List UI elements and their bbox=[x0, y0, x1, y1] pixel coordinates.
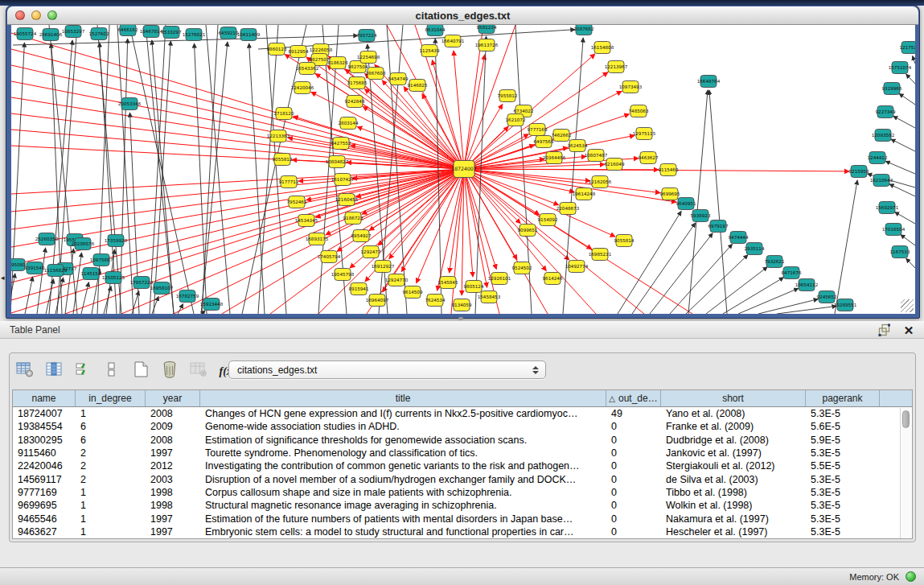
graph-node[interactable]: 17359928 bbox=[105, 235, 128, 247]
memory-status-indicator-icon[interactable] bbox=[906, 571, 916, 582]
graph-node[interactable]: 20364486 bbox=[543, 152, 566, 164]
graph-hub-node[interactable]: 18724007 bbox=[451, 161, 477, 178]
graph-node[interactable]: 10467814 bbox=[140, 26, 163, 38]
table-row[interactable]: 1938455462009Genome-wide association stu… bbox=[13, 420, 912, 433]
graph-node[interactable]: 10853297 bbox=[62, 26, 85, 38]
table-body[interactable]: 1872400712008Changes of HCN gene express… bbox=[13, 407, 912, 538]
graph-node[interactable]: 7624534 bbox=[425, 295, 446, 307]
new-table-button[interactable] bbox=[129, 360, 153, 382]
table-row[interactable]: 1872400712008Changes of HCN gene express… bbox=[13, 407, 912, 420]
deselect-rows-button[interactable] bbox=[100, 360, 124, 382]
table-vertical-scrollbar[interactable] bbox=[900, 408, 911, 538]
graph-node[interactable]: 22420046 bbox=[291, 82, 314, 94]
graph-node[interactable]: 20053346 bbox=[118, 98, 142, 110]
delete-table-button[interactable] bbox=[158, 360, 182, 382]
window-resize-grip[interactable] bbox=[901, 299, 914, 312]
graph-node[interactable]: 8954927 bbox=[351, 230, 372, 242]
graph-node[interactable]: 9581234 bbox=[477, 25, 497, 34]
graph-node[interactable]: 12213363 bbox=[267, 130, 290, 142]
graph-node[interactable]: 9391540 bbox=[25, 262, 45, 274]
table-settings-button[interactable] bbox=[13, 360, 37, 382]
graph-node[interactable]: 6466162 bbox=[118, 25, 138, 36]
table-row[interactable]: 946554611997Estimation of the future num… bbox=[13, 512, 912, 525]
graph-node[interactable]: 1621072 bbox=[506, 114, 526, 126]
graph-node[interactable]: 19613726 bbox=[475, 39, 499, 51]
graph-node[interactable]: 12505125 bbox=[102, 272, 125, 284]
graph-node[interactable]: 10289551 bbox=[834, 299, 857, 311]
graph-node[interactable]: 10975887 bbox=[90, 254, 113, 266]
graph-node[interactable]: 2087682 bbox=[574, 25, 594, 35]
graph-node[interactable]: 3175685 bbox=[347, 77, 368, 89]
graph-node[interactable]: 8134059 bbox=[452, 299, 472, 311]
column-header-year[interactable]: year bbox=[146, 390, 200, 406]
close-panel-button[interactable]: ✕ bbox=[901, 323, 916, 337]
graph-node[interactable]: 9777169 bbox=[528, 124, 548, 136]
graph-node[interactable]: 20691406 bbox=[39, 29, 63, 41]
graph-node[interactable]: 17016504 bbox=[882, 224, 906, 236]
graph-node[interactable]: 9463627 bbox=[639, 152, 659, 164]
graph-node[interactable]: 2718120 bbox=[274, 108, 294, 120]
graph-node[interactable]: 16958107 bbox=[150, 282, 174, 295]
graph-node[interactable]: 5938923 bbox=[691, 210, 711, 222]
graph-node[interactable]: 10804827 bbox=[326, 156, 349, 168]
graph-node[interactable]: 15276021 bbox=[183, 29, 206, 41]
split-pane-handle[interactable] bbox=[458, 317, 463, 320]
network-canvas[interactable]: 9860123891295412226058982750781863281654… bbox=[11, 25, 915, 314]
graph-node[interactable]: 10973493 bbox=[619, 81, 643, 93]
graph-node[interactable]: 9245652 bbox=[817, 291, 837, 303]
column-header-name[interactable]: name bbox=[13, 390, 76, 406]
graph-node[interactable]: 1292477 bbox=[361, 246, 381, 258]
graph-node[interactable]: 16893175 bbox=[306, 233, 329, 245]
graph-node[interactable]: 1527602 bbox=[89, 28, 109, 40]
graph-node[interactable]: 16782759 bbox=[176, 290, 199, 303]
graph-node[interactable]: 10492774 bbox=[565, 261, 589, 273]
graph-node[interactable]: 2867608 bbox=[366, 68, 386, 80]
graph-node[interactable]: 6497568 bbox=[534, 136, 554, 148]
graph-node[interactable]: 9186723 bbox=[343, 212, 363, 225]
graph-node[interactable]: 8471676 bbox=[782, 267, 802, 279]
column-header-short[interactable]: short bbox=[661, 390, 806, 406]
graph-node[interactable]: 10411409 bbox=[237, 29, 261, 41]
graph-node[interactable]: 16985231 bbox=[589, 249, 612, 261]
graph-node[interactable]: 9474444 bbox=[729, 232, 749, 244]
graph-node[interactable]: 7955812 bbox=[498, 90, 518, 102]
graph-node[interactable]: 8454749 bbox=[388, 73, 409, 85]
graph-node[interactable]: 12213967 bbox=[605, 61, 628, 73]
graph-node[interactable]: 16912927 bbox=[372, 261, 395, 273]
table-source-combobox[interactable]: citations_edges.txt bbox=[228, 360, 546, 379]
graph-node[interactable]: 2803144 bbox=[339, 117, 359, 130]
table-row[interactable]: 1456911722003Disruption of a novel membe… bbox=[13, 472, 912, 485]
graph-node[interactable]: 6459210 bbox=[219, 27, 239, 39]
graph-node[interactable]: 8631044 bbox=[425, 25, 446, 36]
graph-node[interactable]: 6216049 bbox=[605, 159, 625, 171]
graph-node[interactable]: 7957224 bbox=[357, 30, 377, 42]
graph-node[interactable]: 16964097 bbox=[366, 295, 389, 307]
graph-node[interactable]: 12975115 bbox=[633, 128, 656, 140]
graph-node[interactable]: 9805124 bbox=[464, 281, 484, 293]
graph-node[interactable]: 9227349 bbox=[876, 106, 896, 118]
column-select-button[interactable] bbox=[42, 360, 66, 382]
graph-node[interactable]: 15751074 bbox=[889, 62, 912, 74]
graph-node[interactable]: 8186328 bbox=[328, 57, 348, 69]
select-all-rows-button[interactable] bbox=[71, 360, 95, 382]
column-header-out_de[interactable]: △out_de… bbox=[606, 390, 661, 406]
graph-node[interactable]: 15923448 bbox=[200, 299, 224, 311]
graph-node[interactable]: 15458453 bbox=[478, 291, 501, 303]
graph-node[interactable]: 9242848 bbox=[345, 96, 365, 108]
column-header-title[interactable]: title bbox=[200, 390, 606, 406]
table-row[interactable]: 946362711997Embryonic stem cells: a mode… bbox=[13, 525, 912, 538]
graph-node[interactable]: 8533297 bbox=[162, 27, 182, 39]
graph-node[interactable]: 3624534 bbox=[568, 140, 588, 152]
graph-node[interactable]: 1217534 bbox=[900, 42, 915, 54]
graph-node[interactable]: 9115460 bbox=[659, 164, 679, 176]
column-header-in_degree[interactable]: in_degree bbox=[76, 390, 146, 406]
graph-node[interactable]: 22048673 bbox=[556, 203, 580, 215]
graph-node[interactable]: 16543362 bbox=[296, 63, 318, 75]
graph-node[interactable]: 17405794 bbox=[318, 251, 341, 263]
network-view-window[interactable]: citations_edges.txt 98601238912954122260… bbox=[6, 5, 920, 319]
graph-node[interactable]: 19545798 bbox=[331, 269, 355, 281]
graph-node[interactable]: 9614509 bbox=[403, 286, 423, 299]
graph-node[interactable]: 19055724 bbox=[14, 28, 37, 40]
graph-node[interactable]: 9614246 bbox=[543, 273, 563, 285]
scrollbar-thumb[interactable] bbox=[902, 410, 910, 428]
